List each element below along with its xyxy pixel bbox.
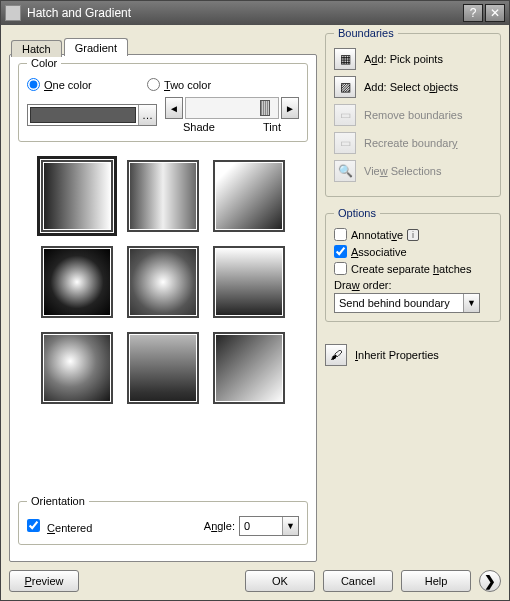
draw-order-dropdown-arrow[interactable]: ▼ bbox=[463, 294, 479, 312]
cancel-button[interactable]: Cancel bbox=[323, 570, 393, 592]
left-column: Hatch Gradient Color One color bbox=[9, 33, 317, 562]
ok-button[interactable]: OK bbox=[245, 570, 315, 592]
one-color-radio-input[interactable] bbox=[27, 78, 40, 91]
boundaries-legend: Boundaries bbox=[334, 27, 398, 39]
remove-boundaries-icon: ▭ bbox=[334, 104, 356, 126]
annotative-checkbox[interactable]: Annotative i bbox=[334, 228, 492, 241]
recreate-boundary: ▭ Recreate boundary bbox=[334, 132, 492, 154]
view-selections: 🔍 View Selections bbox=[334, 160, 492, 182]
gradient-preset-1[interactable] bbox=[41, 160, 113, 232]
bottom-bar: Preview OK Cancel Help ❯ bbox=[9, 562, 501, 592]
help-title-button[interactable]: ? bbox=[463, 4, 483, 22]
titlebar: Hatch and Gradient ? ✕ bbox=[1, 1, 509, 25]
tab-bar: Hatch Gradient bbox=[11, 33, 317, 55]
shade-tint-area: ◄ ► Shade Tint bbox=[165, 97, 299, 133]
gradient-tab-page: Color One color Two color bbox=[9, 54, 317, 562]
draw-order-label: Draw order: bbox=[334, 279, 492, 291]
associative-checkbox[interactable]: Associative bbox=[334, 245, 492, 258]
tab-gradient[interactable]: Gradient bbox=[64, 38, 128, 56]
two-color-radio-input[interactable] bbox=[147, 78, 160, 91]
gradient-preset-7[interactable] bbox=[41, 332, 113, 404]
one-color-radio[interactable]: One color bbox=[27, 78, 147, 91]
remove-boundaries-label: Remove boundaries bbox=[364, 109, 462, 121]
slider-thumb[interactable] bbox=[260, 100, 270, 116]
orientation-legend: Orientation bbox=[27, 495, 89, 507]
angle-label: Angle: bbox=[204, 520, 235, 532]
client-area: Hatch Gradient Color One color bbox=[1, 25, 509, 600]
draw-order-combo[interactable]: ▼ bbox=[334, 293, 480, 313]
tint-label: Tint bbox=[263, 121, 281, 133]
app-icon bbox=[5, 5, 21, 21]
color-swatch[interactable]: … bbox=[27, 104, 157, 126]
annotative-checkbox-input[interactable] bbox=[334, 228, 347, 241]
add-pick-points[interactable]: ▦ Add: Pick points bbox=[334, 48, 492, 70]
associative-checkbox-input[interactable] bbox=[334, 245, 347, 258]
window-title: Hatch and Gradient bbox=[27, 6, 461, 20]
pick-points-label: Add: Pick points bbox=[364, 53, 443, 65]
two-color-radio[interactable]: Two color bbox=[147, 78, 267, 91]
boundaries-group: Boundaries ▦ Add: Pick points ▨ Add: Sel… bbox=[325, 33, 501, 197]
pick-points-icon: ▦ bbox=[334, 48, 356, 70]
angle-dropdown-arrow[interactable]: ▼ bbox=[282, 517, 298, 535]
shade-tint-slider[interactable] bbox=[185, 97, 279, 119]
centered-checkbox-input[interactable] bbox=[27, 519, 40, 532]
add-select-objects[interactable]: ▨ Add: Select objects bbox=[334, 76, 492, 98]
centered-checkbox[interactable]: Centered bbox=[27, 519, 92, 534]
info-icon[interactable]: i bbox=[407, 229, 419, 241]
view-selections-label: View Selections bbox=[364, 165, 441, 177]
tab-hatch[interactable]: Hatch bbox=[11, 40, 62, 57]
help-button[interactable]: Help bbox=[401, 570, 471, 592]
gradient-preset-6[interactable] bbox=[213, 246, 285, 318]
shade-left-button[interactable]: ◄ bbox=[165, 97, 183, 119]
separate-hatches-checkbox-input[interactable] bbox=[334, 262, 347, 275]
select-objects-label: Add: Select objects bbox=[364, 81, 458, 93]
gradient-preset-8[interactable] bbox=[127, 332, 199, 404]
color-picker-button[interactable]: … bbox=[138, 105, 156, 125]
gradient-preset-5[interactable] bbox=[127, 246, 199, 318]
separate-hatches-checkbox[interactable]: Create separate hatches bbox=[334, 262, 492, 275]
options-group: Options Annotative i Associative Create … bbox=[325, 213, 501, 322]
gradient-preset-9[interactable] bbox=[213, 332, 285, 404]
color-swatch-fill bbox=[30, 107, 136, 123]
draw-order-value[interactable] bbox=[335, 294, 463, 312]
remove-boundaries: ▭ Remove boundaries bbox=[334, 104, 492, 126]
inherit-properties[interactable]: 🖌 Inherit Properties bbox=[325, 344, 501, 366]
gradient-preset-2[interactable] bbox=[127, 160, 199, 232]
gradient-preset-grid bbox=[18, 160, 308, 404]
view-selections-icon: 🔍 bbox=[334, 160, 356, 182]
angle-combo[interactable]: ▼ bbox=[239, 516, 299, 536]
hatch-gradient-dialog: Hatch and Gradient ? ✕ Hatch Gradient Co… bbox=[0, 0, 510, 601]
inherit-icon: 🖌 bbox=[325, 344, 347, 366]
close-button[interactable]: ✕ bbox=[485, 4, 505, 22]
options-legend: Options bbox=[334, 207, 380, 219]
gradient-preset-4[interactable] bbox=[41, 246, 113, 318]
shade-label: Shade bbox=[183, 121, 215, 133]
right-column: Boundaries ▦ Add: Pick points ▨ Add: Sel… bbox=[325, 33, 501, 562]
recreate-boundary-icon: ▭ bbox=[334, 132, 356, 154]
preview-button[interactable]: Preview bbox=[9, 570, 79, 592]
color-legend: Color bbox=[27, 57, 61, 69]
color-group: Color One color Two color bbox=[18, 63, 308, 142]
gradient-preset-3[interactable] bbox=[213, 160, 285, 232]
select-objects-icon: ▨ bbox=[334, 76, 356, 98]
expand-button[interactable]: ❯ bbox=[479, 570, 501, 592]
orientation-group: Orientation Centered Angle: bbox=[18, 501, 308, 545]
recreate-boundary-label: Recreate boundary bbox=[364, 137, 458, 149]
angle-input[interactable] bbox=[240, 517, 282, 535]
inherit-label: Inherit Properties bbox=[355, 349, 439, 361]
shade-right-button[interactable]: ► bbox=[281, 97, 299, 119]
